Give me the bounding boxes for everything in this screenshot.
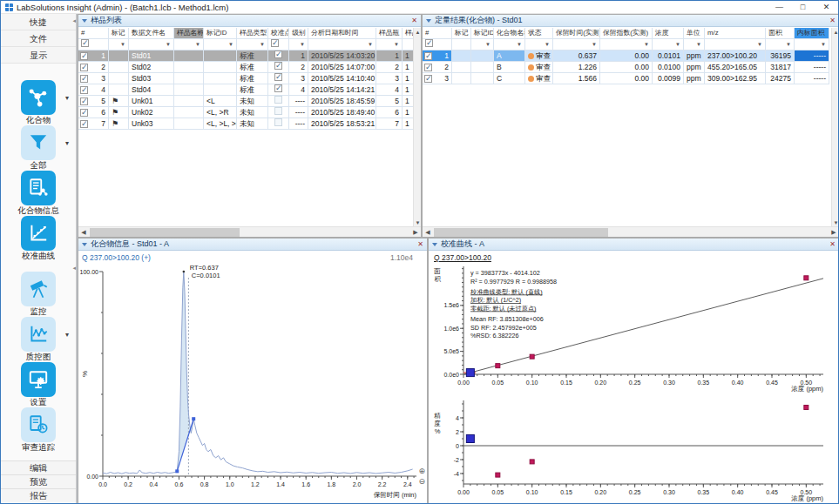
- filter-cell[interactable]: ▼: [795, 39, 829, 50]
- checkbox[interactable]: [274, 84, 282, 92]
- scroll-left-icon[interactable]: ◀: [423, 227, 433, 238]
- chromatogram-plot[interactable]: 0.00100.000.00.20.40.60.81.01.21.41.61.8…: [80, 263, 425, 504]
- table-cell[interactable]: 标准: [237, 84, 268, 96]
- table-cell[interactable]: [268, 118, 289, 130]
- table-cell[interactable]: 31817: [766, 62, 795, 73]
- collapse-triangle-icon[interactable]: [432, 243, 437, 246]
- checkbox[interactable]: [274, 62, 282, 70]
- checkbox[interactable]: [274, 118, 282, 126]
- table-cell[interactable]: 1: [78, 50, 109, 62]
- table-cell[interactable]: 3: [78, 73, 109, 84]
- table-row[interactable]: 5⚑Unk01<L未知----2010/5/25 18:45:5951: [78, 96, 413, 107]
- table-cell[interactable]: 1: [403, 84, 413, 96]
- scroll-left-icon[interactable]: ◀: [78, 227, 89, 238]
- table-cell[interactable]: 2010/5/25 14:03:20: [308, 50, 376, 62]
- table-cell[interactable]: ppm: [684, 50, 705, 62]
- table-cell[interactable]: [174, 62, 204, 73]
- column-header[interactable]: 内标面积: [795, 28, 829, 39]
- checkbox[interactable]: [274, 107, 282, 115]
- table-cell[interactable]: [109, 73, 129, 84]
- table-cell[interactable]: [471, 73, 494, 84]
- close-icon[interactable]: ✕: [411, 17, 417, 24]
- column-header[interactable]: 样品量: [403, 28, 413, 39]
- column-header[interactable]: 级别: [289, 28, 308, 39]
- table-row[interactable]: 4Std04标准42010/5/25 14:14:2141: [78, 84, 413, 96]
- checkbox[interactable]: [274, 73, 282, 81]
- 设置-button[interactable]: [21, 362, 56, 397]
- table-cell[interactable]: 0.0099: [653, 73, 684, 84]
- table-cell[interactable]: 3: [376, 73, 403, 84]
- table-cell[interactable]: 0.00: [600, 73, 653, 84]
- checkbox[interactable]: [80, 86, 88, 94]
- checkbox[interactable]: [274, 96, 282, 104]
- table-cell[interactable]: [204, 73, 237, 84]
- checkbox[interactable]: [80, 120, 88, 128]
- chromatogram-panel-header[interactable]: 化合物信息 - Std01 - A ✕: [78, 239, 427, 251]
- table-cell[interactable]: -----: [795, 50, 829, 62]
- zoom-in-button[interactable]: ⊕: [418, 467, 425, 475]
- table-cell[interactable]: ----: [289, 107, 308, 118]
- checkbox[interactable]: [424, 75, 432, 83]
- table-cell[interactable]: 2010/5/25 14:10:40: [308, 73, 376, 84]
- transition-link[interactable]: Q 237.00>100.20: [434, 253, 491, 262]
- table-cell[interactable]: ----: [289, 118, 308, 130]
- checkbox[interactable]: [271, 39, 279, 47]
- quant-horizontal-scrollbar[interactable]: ◀ ▶: [423, 226, 839, 237]
- table-row[interactable]: 3C审查1.5660.000.0099ppm309.00>162.9524275…: [423, 73, 829, 84]
- checkbox[interactable]: [424, 52, 432, 60]
- table-cell[interactable]: [204, 84, 237, 96]
- filter-icon[interactable]: ▼: [675, 39, 680, 50]
- filter-icon[interactable]: ▼: [195, 39, 200, 50]
- trace-label[interactable]: Q 237.00>100.20 (+): [82, 253, 151, 262]
- sample-list-panel-header[interactable]: 样品列表 ✕: [78, 15, 421, 27]
- residual-point[interactable]: [530, 460, 534, 464]
- table-cell[interactable]: ⚑: [109, 118, 129, 130]
- residuals-plot[interactable]: -4-20240.000.050.100.150.200.250.300.350…: [430, 395, 837, 504]
- table-cell[interactable]: ----: [289, 96, 308, 107]
- column-header[interactable]: #: [78, 28, 109, 39]
- table-cell[interactable]: [204, 62, 237, 73]
- table-cell[interactable]: 24275: [766, 73, 795, 84]
- filter-cell[interactable]: ▼: [237, 39, 268, 50]
- table-cell[interactable]: 2: [376, 62, 403, 73]
- table-cell[interactable]: Unk03: [129, 118, 174, 130]
- table-cell[interactable]: 1: [289, 50, 308, 62]
- filter-cell[interactable]: [78, 39, 109, 50]
- column-header[interactable]: 标记: [452, 28, 471, 39]
- filter-cell[interactable]: ▼: [109, 39, 129, 50]
- column-header[interactable]: 状态: [525, 28, 553, 39]
- column-header[interactable]: 标记: [109, 28, 129, 39]
- close-icon[interactable]: ✕: [829, 17, 836, 24]
- table-cell[interactable]: 标准: [237, 62, 268, 73]
- table-cell[interactable]: <L, >R: [204, 107, 237, 118]
- scroll-thumb[interactable]: [90, 228, 240, 237]
- table-cell[interactable]: 4: [78, 84, 109, 96]
- table-row[interactable]: 1A审查0.6370.000.0101ppm237.00>100.2036195…: [423, 50, 829, 62]
- table-cell[interactable]: [268, 107, 289, 118]
- table-cell[interactable]: 2: [289, 62, 308, 73]
- sidebar-menu-item[interactable]: 编辑: [1, 460, 76, 474]
- checkbox[interactable]: [425, 39, 433, 47]
- table-row[interactable]: 3Std03标准32010/5/25 14:10:4031: [78, 73, 413, 84]
- calibration-point-selected[interactable]: [466, 369, 474, 377]
- table-cell[interactable]: Std01: [129, 50, 174, 62]
- table-cell[interactable]: 标准: [237, 73, 268, 84]
- filter-cell[interactable]: ▼: [376, 39, 403, 50]
- filter-icon[interactable]: ▼: [120, 39, 125, 50]
- filter-icon[interactable]: ▼: [485, 39, 491, 50]
- checkbox[interactable]: [80, 52, 88, 60]
- residual-point[interactable]: [804, 406, 809, 410]
- table-cell[interactable]: 审查: [525, 62, 553, 73]
- scroll-up-icon[interactable]: ▲: [832, 28, 839, 37]
- table-cell[interactable]: Unk02: [129, 107, 174, 118]
- sample-vertical-scrollbar[interactable]: ▲ ▼: [413, 28, 421, 227]
- close-button[interactable]: ✕: [815, 1, 838, 14]
- checkbox[interactable]: [80, 64, 88, 71]
- scroll-thumb[interactable]: [434, 228, 608, 237]
- table-cell[interactable]: [268, 84, 289, 96]
- filter-icon[interactable]: ▼: [368, 39, 373, 50]
- table-cell[interactable]: [268, 96, 289, 107]
- column-header[interactable]: 校准点: [268, 28, 289, 39]
- table-cell[interactable]: 7: [376, 118, 403, 130]
- filter-icon[interactable]: ▼: [821, 39, 826, 50]
